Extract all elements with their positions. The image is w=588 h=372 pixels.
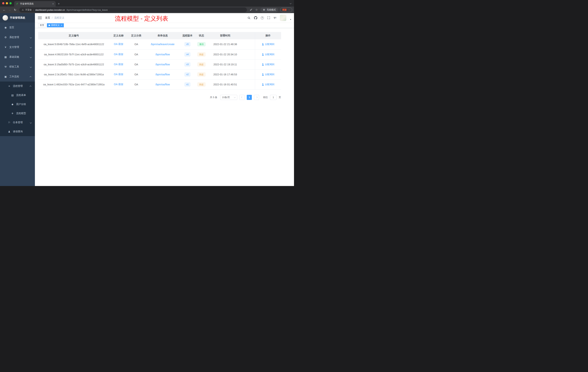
goto-page-input[interactable]: [270, 95, 277, 100]
deploy-time: 2022-01-16 17:46:53: [208, 69, 242, 79]
page-unit-label: 页: [279, 96, 281, 99]
definition-name-link[interactable]: OA 请假: [114, 53, 123, 56]
tag-home[interactable]: 首页: [38, 23, 46, 27]
bookmark-star-icon[interactable]: ☆: [254, 8, 259, 12]
definition-category: OA: [128, 49, 145, 59]
help-icon[interactable]: ?: [261, 16, 264, 20]
font-size-icon[interactable]: TT: [274, 16, 276, 20]
fullscreen-icon[interactable]: [267, 16, 270, 19]
tag-process-definition[interactable]: 流程定义 ×: [47, 23, 64, 27]
avatar-caret-icon[interactable]: ▾: [290, 18, 291, 21]
definition-name-link[interactable]: OA 请假: [114, 83, 123, 86]
sidebar-item-workflow[interactable]: ▣ 工作流程: [0, 72, 35, 82]
briefcase-icon: ▣: [4, 75, 7, 78]
user-avatar[interactable]: [280, 15, 286, 21]
close-window-button[interactable]: [2, 2, 4, 4]
definition-name-link[interactable]: OA 请假: [114, 63, 123, 66]
browser-tab[interactable]: 芋道管理系统 ×: [14, 1, 56, 7]
sidebar-item-home[interactable]: ◉ 首页: [0, 22, 35, 33]
forward-button[interactable]: →: [7, 8, 12, 12]
version-badge: v5: [185, 42, 190, 46]
browser-update-button[interactable]: 更新 ⋮: [280, 8, 292, 12]
definition-name-link[interactable]: OA 请假: [114, 73, 123, 76]
incognito-label: 无痕模式: [267, 8, 276, 11]
incognito-icon: [262, 8, 265, 11]
form-info-link[interactable]: /bpm/oa/flow: [156, 53, 170, 56]
prev-page-button[interactable]: [240, 95, 244, 100]
form-info-link[interactable]: /bpm/oa/flow: [156, 63, 170, 66]
reload-button[interactable]: ↻: [13, 8, 17, 12]
assign-rule-link[interactable]: 分配规则: [262, 83, 274, 86]
breadcrumb-home[interactable]: 首页: [45, 16, 50, 20]
definition-id: oa_leave:5:004b710b-7b8a-11ec-8ef0-acde4…: [38, 39, 109, 49]
page-size-select[interactable]: 10条/页: [220, 95, 237, 100]
next-page-button[interactable]: [254, 95, 259, 100]
sidebar-item-payment-management[interactable]: ¥ 支付管理: [0, 42, 35, 52]
sidebar-item-process-model[interactable]: ✈ 流程模型: [0, 109, 35, 118]
sidebar-logo[interactable]: 芋道管理系统: [0, 13, 35, 22]
chevron-down-icon: [30, 36, 31, 39]
table-row: oa_leave:3:1fad3d93-7b75-11ec-a3c8-acde4…: [38, 59, 281, 69]
deploy-time: 2022-01-16 01:40:51: [208, 79, 242, 89]
sidebar-item-infrastructure[interactable]: ▦ 基础设施: [0, 52, 35, 62]
page-number-1[interactable]: 1: [247, 95, 252, 100]
pagination: 共 5 条 10条/页 1 前往 页: [38, 95, 281, 100]
sidebar-item-process-form[interactable]: ▤ 流程表单: [0, 91, 35, 100]
status-badge: 激活: [198, 42, 205, 46]
zoom-window-button[interactable]: [10, 2, 12, 4]
form-info-link[interactable]: /bpm/oa/flow: [156, 73, 170, 76]
deploy-time: 2022-01-22 19:19:11: [208, 59, 242, 69]
form-info-link[interactable]: /bpm/oa/flow: [156, 83, 170, 86]
sidebar-item-user-group[interactable]: ☻ 用户分组: [0, 100, 35, 109]
sidebar-item-label: 流程表单: [16, 94, 26, 97]
sidebar-item-label: 首页: [9, 26, 14, 29]
definition-name-link[interactable]: OA 请假: [114, 43, 123, 45]
chevron-down-icon: [30, 66, 31, 68]
assign-rule-link[interactable]: 分配规则: [262, 43, 274, 46]
browser-menu-icon[interactable]: ⋮: [288, 9, 290, 11]
screen: 芋道管理系统 × + ← → ↻ ⚠ 不安全 | dashboard.yudao…: [0, 0, 294, 186]
col-deploy-time: 部署时间: [208, 32, 242, 39]
address-bar[interactable]: ⚠ 不安全 | dashboard.yudao.iocoder.cn/bpm/m…: [19, 8, 247, 12]
sidebar-collapse-icon[interactable]: [38, 17, 42, 19]
filler-cell: [242, 79, 255, 89]
assign-rule-link[interactable]: 分配规则: [262, 73, 274, 76]
sidebar-item-leave-query[interactable]: ♟ 请假查询: [0, 127, 35, 136]
incognito-profile-chip[interactable]: 无痕模式: [260, 8, 278, 12]
chevron-down-icon: [30, 56, 31, 58]
sidebar-item-label: 工作流程: [9, 75, 19, 78]
new-tab-button[interactable]: +: [56, 1, 62, 7]
tab-search-chevron-icon[interactable]: [290, 0, 294, 7]
assign-rule-link[interactable]: 分配规则: [262, 63, 274, 66]
status-badge: 挂起: [198, 62, 205, 66]
deploy-time: 2022-01-22 20:34:10: [208, 49, 242, 59]
form-info-link[interactable]: /bpm/oa/leave/create: [151, 43, 175, 46]
sidebar-item-label: 支付管理: [9, 45, 19, 49]
sidebar-item-system-management[interactable]: ⚙ 系统管理: [0, 33, 35, 42]
sidebar-item-label: 任务管理: [13, 121, 23, 124]
page-size-value: 10条/页: [222, 96, 230, 99]
definition-category: OA: [128, 59, 145, 69]
browser-tab-strip: 芋道管理系统 × +: [0, 0, 294, 7]
person-icon: ♟: [8, 130, 11, 133]
sidebar-item-dev-tools[interactable]: ⚒ 研发工具: [0, 62, 35, 72]
tag-close-icon[interactable]: ×: [61, 24, 62, 27]
paper-plane-icon: ✈: [11, 112, 14, 115]
sidebar-item-task-management[interactable]: ⚐ 任务管理: [0, 118, 35, 127]
assign-rule-link[interactable]: 分配规则: [262, 53, 274, 56]
version-badge: v3: [185, 62, 190, 66]
status-badge: 挂起: [198, 82, 205, 87]
sidebar-item-process-management[interactable]: ≡ 流程管理: [0, 82, 35, 91]
favicon-leaf-icon: [16, 2, 19, 5]
app-title: 芋道管理系统: [10, 16, 25, 20]
tab-close-icon[interactable]: ×: [52, 2, 54, 5]
search-icon[interactable]: [247, 16, 251, 20]
omnibox-divider: |: [33, 9, 34, 11]
password-key-icon[interactable]: [249, 8, 253, 12]
minimize-window-button[interactable]: [6, 2, 8, 4]
github-icon[interactable]: [254, 16, 257, 20]
chevron-down-icon: [30, 121, 31, 124]
back-button[interactable]: ←: [2, 8, 7, 12]
table-row: oa_leave:5:004b710b-7b8a-11ec-8ef0-acde4…: [38, 39, 281, 49]
definition-id: oa_leave:3:1fad3d93-7b75-11ec-a3c8-acde4…: [38, 59, 109, 69]
